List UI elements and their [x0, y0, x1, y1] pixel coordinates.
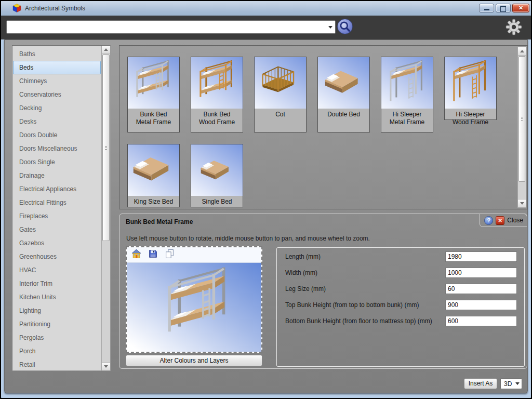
parameter-input[interactable] [445, 251, 517, 262]
parameter-label: Bottom Bunk Height (from floor to mattre… [285, 316, 445, 325]
symbol-label: Hi Sleeper Wood Frame [445, 109, 496, 126]
sidebar-category-item[interactable]: Doors Single [13, 155, 101, 169]
insert-mode-dropdown[interactable]: 3D [500, 378, 522, 389]
close-label[interactable]: Close [507, 217, 523, 224]
titlebar[interactable]: Architectural Symbols ✕ [1, 1, 531, 16]
sidebar-category-item[interactable]: Partitioning [13, 317, 101, 331]
search-dropdown-button[interactable] [326, 21, 335, 33]
search-input[interactable] [7, 22, 326, 32]
chevron-down-icon [328, 26, 332, 29]
symbol-label: Bunk Bed Wood Frame [191, 109, 243, 126]
maximize-button[interactable] [496, 4, 511, 12]
sidebar-category-item[interactable]: Chimneys [13, 74, 101, 88]
floppy-disk-icon [148, 249, 158, 259]
help-button[interactable]: ? [484, 216, 493, 225]
detail-title: Bunk Bed Metal Frame [126, 218, 193, 225]
symbol-label: Cot [255, 109, 306, 118]
settings-button[interactable] [505, 18, 523, 37]
sidebar-category-item[interactable]: Retail [13, 358, 101, 369]
red-x-icon: ✕ [498, 218, 502, 223]
symbol-tile[interactable]: Single Bed [191, 144, 243, 207]
symbol-detail-panel: Bunk Bed Metal Frame ? ✕ Close Use left … [119, 214, 527, 369]
parameter-input[interactable] [445, 268, 517, 278]
scrollbar-thumb[interactable] [518, 56, 525, 182]
scroll-down-button[interactable] [102, 362, 110, 370]
symbol-tile[interactable]: Hi Sleeper Wood Frame [444, 57, 497, 120]
sidebar-category-item[interactable]: Doors Miscellaneous [13, 142, 101, 155]
thumb-grip [521, 117, 523, 121]
sidebar-category-item[interactable]: Kitchen Units [13, 290, 101, 304]
instruction-text: Use left mouse button to rotate, middle … [126, 235, 370, 242]
symbol-thumbnail [128, 57, 179, 109]
scrollbar-thumb[interactable] [102, 55, 110, 241]
detail-close-button[interactable]: ✕ [496, 216, 504, 225]
scroll-up-button[interactable] [102, 46, 110, 54]
parameter-label: Length (mm) [285, 251, 445, 261]
thumb-grip [105, 146, 107, 150]
scroll-up-button[interactable] [518, 47, 526, 56]
sidebar-category-item[interactable]: Doors Double [13, 128, 101, 142]
symbol-tile[interactable]: Double Bed [317, 57, 370, 132]
triangle-up-icon [520, 50, 524, 52]
parameters-form: Length (mm) Width (mm) Leg Size (mm) [276, 247, 525, 367]
symbol-thumbnail [191, 57, 243, 109]
parameter-row: Bottom Bunk Height (from floor to mattre… [277, 316, 524, 326]
symbol-thumbnail [255, 57, 306, 109]
sidebar-category-item[interactable]: Greenhouses [13, 250, 101, 263]
sidebar-category-item[interactable]: Desks [13, 115, 101, 128]
sidebar-category-item[interactable]: Gates [13, 223, 101, 236]
sidebar-category-item[interactable]: Conservatories [13, 88, 101, 101]
alter-colours-button[interactable]: Alter Colours and Layers [126, 355, 262, 366]
chevron-down-icon [515, 382, 520, 385]
insert-as-button[interactable]: Insert As [464, 378, 497, 389]
symbol-tile[interactable]: King Size Bed [127, 144, 180, 207]
parameter-row: Length (mm) [277, 251, 524, 262]
triangle-down-icon [520, 202, 524, 205]
symbol-label: Double Bed [318, 109, 369, 118]
parameter-input[interactable] [445, 284, 517, 294]
preview-3d-image[interactable] [127, 263, 261, 352]
search-combobox[interactable] [6, 20, 336, 34]
copy-image-button[interactable] [165, 249, 175, 261]
symbol-tile[interactable]: Hi Sleeper Metal Frame [381, 57, 433, 132]
app-cube-icon [12, 4, 21, 12]
symbols-panel: Bunk Bed Metal Frame [119, 45, 528, 209]
preview-box [126, 246, 262, 353]
sidebar-category-item[interactable]: HVAC [13, 263, 101, 277]
question-mark-icon: ? [487, 217, 490, 223]
sidebar-category-item[interactable]: Interior Trim [13, 277, 101, 290]
symbol-label: Hi Sleeper Metal Frame [381, 109, 433, 126]
sidebar-category-item[interactable]: Beds [13, 61, 101, 74]
parameter-input[interactable] [445, 300, 517, 310]
application-window: Architectural Symbols ✕ Baths Beds [0, 0, 532, 399]
parameter-row: Width (mm) [277, 268, 524, 278]
search-toolbar [1, 16, 531, 39]
copy-pages-icon [165, 249, 175, 259]
sidebar-category-item[interactable]: Lighting [13, 304, 101, 317]
sidebar-category-item[interactable]: Gazebos [13, 236, 101, 250]
parameter-input[interactable] [445, 316, 517, 326]
sidebar-category-item[interactable]: Pergolas [13, 331, 101, 344]
sidebar-scrollbar[interactable] [101, 46, 110, 370]
home-view-button[interactable] [131, 249, 141, 261]
sidebar-category-item[interactable]: Fireplaces [13, 209, 101, 223]
symbol-thumbnail [128, 144, 179, 196]
symbol-tile[interactable]: Bunk Bed Wood Frame [191, 57, 243, 132]
sidebar-category-item[interactable]: Drainage [13, 169, 101, 182]
search-button[interactable] [337, 19, 353, 34]
symbol-tile[interactable]: Cot [254, 57, 307, 132]
sidebar-category-item[interactable]: Electrical Fittings [13, 196, 101, 209]
sidebar-category-item[interactable]: Decking [13, 101, 101, 115]
sidebar-category-item[interactable]: Electrical Appliances [13, 182, 101, 196]
sidebar-category-item[interactable]: Baths [13, 47, 101, 61]
parameter-label: Leg Size (mm) [285, 284, 445, 293]
scroll-down-button[interactable] [518, 199, 526, 207]
minimize-button[interactable] [479, 4, 494, 12]
close-button[interactable]: ✕ [512, 4, 529, 12]
symbol-tile[interactable]: Bunk Bed Metal Frame [127, 57, 180, 132]
save-image-button[interactable] [148, 249, 158, 261]
sidebar-category-item[interactable]: Porch [13, 344, 101, 358]
close-icon: ✕ [513, 4, 529, 11]
parameter-label: Top Bunk Height (from top to bottom bunk… [285, 300, 445, 309]
symbols-scrollbar[interactable] [517, 47, 526, 208]
